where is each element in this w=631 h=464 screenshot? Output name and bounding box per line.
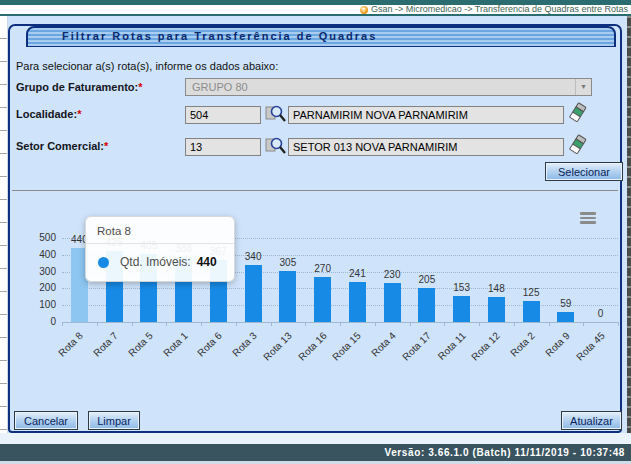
x-axis-tick: [62, 322, 63, 326]
localidade-clear-icon[interactable]: [568, 102, 588, 124]
page-title: Filtrar Rotas para Transferência de Quad…: [26, 26, 616, 47]
bar-value-label: 305: [271, 257, 306, 268]
version-status-bar: Versão: 3.66.1.0 (Batch) 11/11/2019 - 10…: [0, 444, 631, 461]
setor-name-field: SETOR 013 NOVA PARNAMIRIM: [288, 138, 564, 156]
x-axis-tick: [514, 322, 515, 326]
x-axis-tick: [97, 322, 98, 326]
chart-bar[interactable]: [279, 271, 296, 322]
breadcrumb-text: Gsan -> Micromedicao -> Transferencia de…: [371, 5, 628, 14]
chart-bar[interactable]: [557, 312, 574, 322]
x-axis-tick: [410, 322, 411, 326]
x-axis-tick: [549, 322, 550, 326]
localidade-code-input[interactable]: 504: [185, 106, 261, 124]
tooltip-value: 440: [197, 255, 217, 269]
selecionar-button[interactable]: Selecionar: [545, 162, 623, 181]
y-axis-label: 500: [16, 232, 56, 243]
bar-value-label: 205: [410, 274, 445, 285]
x-axis-tick: [479, 322, 480, 326]
y-axis-label: 200: [16, 282, 56, 293]
grupo-faturamento-value: GRUPO 80: [186, 79, 575, 95]
chart-bar[interactable]: [349, 282, 366, 322]
setor-comercial-label: Setor Comercial:*: [16, 140, 108, 152]
localidade-label-text: Localidade:: [16, 108, 77, 120]
chart-bar[interactable]: [453, 296, 470, 322]
bar-value-label: 153: [444, 282, 479, 293]
y-axis-label: 300: [16, 266, 56, 277]
rotas-bar-chart: 0100200300400500440Rota 8425Rota 7405Rot…: [10, 196, 620, 386]
chart-bar[interactable]: [418, 288, 435, 322]
bar-value-label: 230: [375, 269, 410, 280]
grupo-faturamento-label: Grupo de Faturamento:*: [16, 81, 143, 93]
localidade-name-field: PARNAMIRIM NOVA PARNAMIRIM: [288, 106, 564, 124]
setor-label-text: Setor Comercial:: [16, 140, 104, 152]
y-axis-label: 400: [16, 249, 56, 260]
bar-value-label: 148: [479, 283, 514, 294]
x-axis-tick: [236, 322, 237, 326]
grupo-label-text: Grupo de Faturamento:: [16, 81, 138, 93]
localidade-search-icon[interactable]: [265, 104, 287, 124]
localidade-label: Localidade:*: [16, 108, 81, 120]
setor-clear-icon[interactable]: [568, 134, 588, 156]
required-asterisk: *: [104, 140, 108, 152]
x-axis-tick: [618, 322, 619, 326]
series-marker-icon: [98, 257, 109, 268]
x-axis-tick: [305, 322, 306, 326]
chart-bar[interactable]: [384, 283, 401, 322]
x-axis-tick: [444, 322, 445, 326]
chevron-down-icon: ▼: [575, 79, 591, 95]
setor-code-input[interactable]: 13: [185, 138, 261, 156]
atualizar-button[interactable]: Atualizar: [561, 411, 622, 430]
bar-value-label: 0: [583, 308, 618, 319]
x-axis-tick: [583, 322, 584, 326]
chart-tooltip: Rota 8 Qtd. Imóveis: 440: [85, 216, 235, 282]
chart-menu-icon[interactable]: [578, 210, 602, 228]
y-axis-label: 100: [16, 299, 56, 310]
x-axis-tick: [201, 322, 202, 326]
bar-value-label: 59: [549, 298, 584, 309]
required-asterisk: *: [138, 81, 142, 93]
setor-search-icon[interactable]: [265, 136, 287, 156]
gsan-window: ? Gsan -> Micromedicao -> Transferencia …: [0, 0, 631, 464]
x-axis-tick: [132, 322, 133, 326]
filter-panel: Filtrar Rotas para Transferência de Quad…: [8, 24, 622, 433]
x-axis-tick: [375, 322, 376, 326]
instruction-text: Para selecionar a(s) rota(s), informe os…: [16, 60, 278, 72]
gsan-help-icon: ?: [360, 6, 368, 14]
chart-bar[interactable]: [523, 301, 540, 322]
left-frame-strip: [0, 16, 8, 440]
cancelar-button[interactable]: Cancelar: [14, 411, 78, 430]
x-axis-tick: [271, 322, 272, 326]
limpar-button[interactable]: Limpar: [88, 411, 140, 430]
y-axis-label: 0: [16, 316, 56, 327]
bar-value-label: 125: [514, 287, 549, 298]
tooltip-series-label: Qtd. Imóveis:: [120, 255, 191, 269]
vertical-scrollbar[interactable]: [627, 16, 631, 444]
chart-bar[interactable]: [314, 277, 331, 322]
top-divider-line: [0, 14, 631, 16]
x-axis-tick: [340, 322, 341, 326]
chart-bar[interactable]: [245, 265, 262, 322]
chart-bar[interactable]: [488, 297, 505, 322]
bar-value-label: 340: [236, 251, 271, 262]
required-asterisk: *: [77, 108, 81, 120]
bar-value-label: 270: [305, 263, 340, 274]
bar-value-label: 241: [340, 268, 375, 279]
tooltip-title: Rota 8: [86, 217, 234, 244]
tooltip-body: Qtd. Imóveis: 440: [86, 244, 234, 281]
x-axis-tick: [166, 322, 167, 326]
grupo-faturamento-select[interactable]: GRUPO 80 ▼: [185, 78, 592, 96]
breadcrumb: ? Gsan -> Micromedicao -> Transferencia …: [0, 5, 631, 14]
section-divider: [12, 190, 618, 191]
